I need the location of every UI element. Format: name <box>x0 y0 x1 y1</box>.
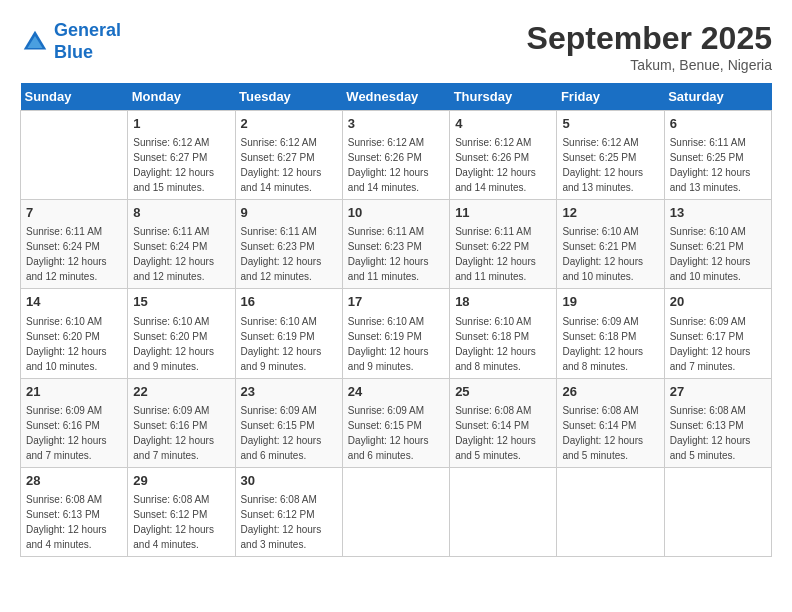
day-number: 7 <box>26 204 122 222</box>
day-number: 20 <box>670 293 766 311</box>
day-detail: Sunrise: 6:10 AM Sunset: 6:21 PM Dayligh… <box>562 224 658 284</box>
calendar-cell: 18Sunrise: 6:10 AM Sunset: 6:18 PM Dayli… <box>450 289 557 378</box>
day-number: 23 <box>241 383 337 401</box>
day-detail: Sunrise: 6:12 AM Sunset: 6:26 PM Dayligh… <box>348 135 444 195</box>
location: Takum, Benue, Nigeria <box>527 57 772 73</box>
calendar-cell: 22Sunrise: 6:09 AM Sunset: 6:16 PM Dayli… <box>128 378 235 467</box>
calendar-week-2: 7Sunrise: 6:11 AM Sunset: 6:24 PM Daylig… <box>21 200 772 289</box>
weekday-header-wednesday: Wednesday <box>342 83 449 111</box>
day-detail: Sunrise: 6:11 AM Sunset: 6:24 PM Dayligh… <box>133 224 229 284</box>
weekday-header-tuesday: Tuesday <box>235 83 342 111</box>
calendar-cell: 5Sunrise: 6:12 AM Sunset: 6:25 PM Daylig… <box>557 111 664 200</box>
day-detail: Sunrise: 6:11 AM Sunset: 6:22 PM Dayligh… <box>455 224 551 284</box>
day-number: 8 <box>133 204 229 222</box>
weekday-header-row: SundayMondayTuesdayWednesdayThursdayFrid… <box>21 83 772 111</box>
calendar-cell <box>342 467 449 556</box>
calendar-cell: 21Sunrise: 6:09 AM Sunset: 6:16 PM Dayli… <box>21 378 128 467</box>
calendar-week-3: 14Sunrise: 6:10 AM Sunset: 6:20 PM Dayli… <box>21 289 772 378</box>
day-number: 5 <box>562 115 658 133</box>
month-info: September 2025 Takum, Benue, Nigeria <box>527 20 772 73</box>
day-detail: Sunrise: 6:09 AM Sunset: 6:15 PM Dayligh… <box>348 403 444 463</box>
calendar-cell: 10Sunrise: 6:11 AM Sunset: 6:23 PM Dayli… <box>342 200 449 289</box>
calendar-cell: 8Sunrise: 6:11 AM Sunset: 6:24 PM Daylig… <box>128 200 235 289</box>
logo-icon <box>20 27 50 57</box>
day-detail: Sunrise: 6:08 AM Sunset: 6:13 PM Dayligh… <box>670 403 766 463</box>
calendar-cell: 11Sunrise: 6:11 AM Sunset: 6:22 PM Dayli… <box>450 200 557 289</box>
calendar-cell: 7Sunrise: 6:11 AM Sunset: 6:24 PM Daylig… <box>21 200 128 289</box>
calendar-week-4: 21Sunrise: 6:09 AM Sunset: 6:16 PM Dayli… <box>21 378 772 467</box>
calendar-cell: 27Sunrise: 6:08 AM Sunset: 6:13 PM Dayli… <box>664 378 771 467</box>
day-detail: Sunrise: 6:11 AM Sunset: 6:25 PM Dayligh… <box>670 135 766 195</box>
calendar-cell: 6Sunrise: 6:11 AM Sunset: 6:25 PM Daylig… <box>664 111 771 200</box>
day-number: 17 <box>348 293 444 311</box>
day-number: 3 <box>348 115 444 133</box>
day-detail: Sunrise: 6:09 AM Sunset: 6:18 PM Dayligh… <box>562 314 658 374</box>
logo-general: General <box>54 20 121 40</box>
calendar-cell: 2Sunrise: 6:12 AM Sunset: 6:27 PM Daylig… <box>235 111 342 200</box>
calendar-cell <box>557 467 664 556</box>
calendar-cell: 24Sunrise: 6:09 AM Sunset: 6:15 PM Dayli… <box>342 378 449 467</box>
calendar-cell: 14Sunrise: 6:10 AM Sunset: 6:20 PM Dayli… <box>21 289 128 378</box>
day-number: 12 <box>562 204 658 222</box>
day-number: 29 <box>133 472 229 490</box>
day-number: 21 <box>26 383 122 401</box>
day-detail: Sunrise: 6:11 AM Sunset: 6:23 PM Dayligh… <box>241 224 337 284</box>
day-detail: Sunrise: 6:08 AM Sunset: 6:12 PM Dayligh… <box>241 492 337 552</box>
day-detail: Sunrise: 6:09 AM Sunset: 6:16 PM Dayligh… <box>133 403 229 463</box>
day-detail: Sunrise: 6:10 AM Sunset: 6:19 PM Dayligh… <box>241 314 337 374</box>
day-detail: Sunrise: 6:12 AM Sunset: 6:26 PM Dayligh… <box>455 135 551 195</box>
calendar-cell: 29Sunrise: 6:08 AM Sunset: 6:12 PM Dayli… <box>128 467 235 556</box>
calendar-cell: 4Sunrise: 6:12 AM Sunset: 6:26 PM Daylig… <box>450 111 557 200</box>
day-detail: Sunrise: 6:08 AM Sunset: 6:14 PM Dayligh… <box>455 403 551 463</box>
day-detail: Sunrise: 6:12 AM Sunset: 6:25 PM Dayligh… <box>562 135 658 195</box>
calendar-cell <box>450 467 557 556</box>
day-number: 25 <box>455 383 551 401</box>
weekday-header-monday: Monday <box>128 83 235 111</box>
page-header: General Blue September 2025 Takum, Benue… <box>20 20 772 73</box>
day-detail: Sunrise: 6:08 AM Sunset: 6:12 PM Dayligh… <box>133 492 229 552</box>
calendar-cell: 15Sunrise: 6:10 AM Sunset: 6:20 PM Dayli… <box>128 289 235 378</box>
day-detail: Sunrise: 6:08 AM Sunset: 6:14 PM Dayligh… <box>562 403 658 463</box>
day-number: 6 <box>670 115 766 133</box>
day-number: 16 <box>241 293 337 311</box>
weekday-header-thursday: Thursday <box>450 83 557 111</box>
calendar-cell: 28Sunrise: 6:08 AM Sunset: 6:13 PM Dayli… <box>21 467 128 556</box>
day-detail: Sunrise: 6:11 AM Sunset: 6:24 PM Dayligh… <box>26 224 122 284</box>
day-detail: Sunrise: 6:10 AM Sunset: 6:20 PM Dayligh… <box>26 314 122 374</box>
day-detail: Sunrise: 6:10 AM Sunset: 6:20 PM Dayligh… <box>133 314 229 374</box>
day-number: 9 <box>241 204 337 222</box>
day-number: 1 <box>133 115 229 133</box>
month-title: September 2025 <box>527 20 772 57</box>
day-number: 2 <box>241 115 337 133</box>
calendar-cell: 13Sunrise: 6:10 AM Sunset: 6:21 PM Dayli… <box>664 200 771 289</box>
calendar-cell <box>664 467 771 556</box>
day-number: 22 <box>133 383 229 401</box>
day-number: 28 <box>26 472 122 490</box>
calendar-table: SundayMondayTuesdayWednesdayThursdayFrid… <box>20 83 772 557</box>
calendar-cell: 9Sunrise: 6:11 AM Sunset: 6:23 PM Daylig… <box>235 200 342 289</box>
day-number: 4 <box>455 115 551 133</box>
calendar-week-5: 28Sunrise: 6:08 AM Sunset: 6:13 PM Dayli… <box>21 467 772 556</box>
day-detail: Sunrise: 6:10 AM Sunset: 6:21 PM Dayligh… <box>670 224 766 284</box>
day-number: 27 <box>670 383 766 401</box>
calendar-cell: 17Sunrise: 6:10 AM Sunset: 6:19 PM Dayli… <box>342 289 449 378</box>
day-number: 18 <box>455 293 551 311</box>
day-detail: Sunrise: 6:11 AM Sunset: 6:23 PM Dayligh… <box>348 224 444 284</box>
weekday-header-friday: Friday <box>557 83 664 111</box>
calendar-week-1: 1Sunrise: 6:12 AM Sunset: 6:27 PM Daylig… <box>21 111 772 200</box>
day-number: 14 <box>26 293 122 311</box>
calendar-cell: 23Sunrise: 6:09 AM Sunset: 6:15 PM Dayli… <box>235 378 342 467</box>
logo: General Blue <box>20 20 121 63</box>
day-detail: Sunrise: 6:09 AM Sunset: 6:15 PM Dayligh… <box>241 403 337 463</box>
day-number: 15 <box>133 293 229 311</box>
day-detail: Sunrise: 6:09 AM Sunset: 6:16 PM Dayligh… <box>26 403 122 463</box>
day-detail: Sunrise: 6:12 AM Sunset: 6:27 PM Dayligh… <box>241 135 337 195</box>
day-detail: Sunrise: 6:10 AM Sunset: 6:19 PM Dayligh… <box>348 314 444 374</box>
calendar-cell: 3Sunrise: 6:12 AM Sunset: 6:26 PM Daylig… <box>342 111 449 200</box>
day-detail: Sunrise: 6:08 AM Sunset: 6:13 PM Dayligh… <box>26 492 122 552</box>
day-number: 26 <box>562 383 658 401</box>
calendar-cell: 30Sunrise: 6:08 AM Sunset: 6:12 PM Dayli… <box>235 467 342 556</box>
calendar-cell: 19Sunrise: 6:09 AM Sunset: 6:18 PM Dayli… <box>557 289 664 378</box>
day-number: 11 <box>455 204 551 222</box>
day-detail: Sunrise: 6:12 AM Sunset: 6:27 PM Dayligh… <box>133 135 229 195</box>
